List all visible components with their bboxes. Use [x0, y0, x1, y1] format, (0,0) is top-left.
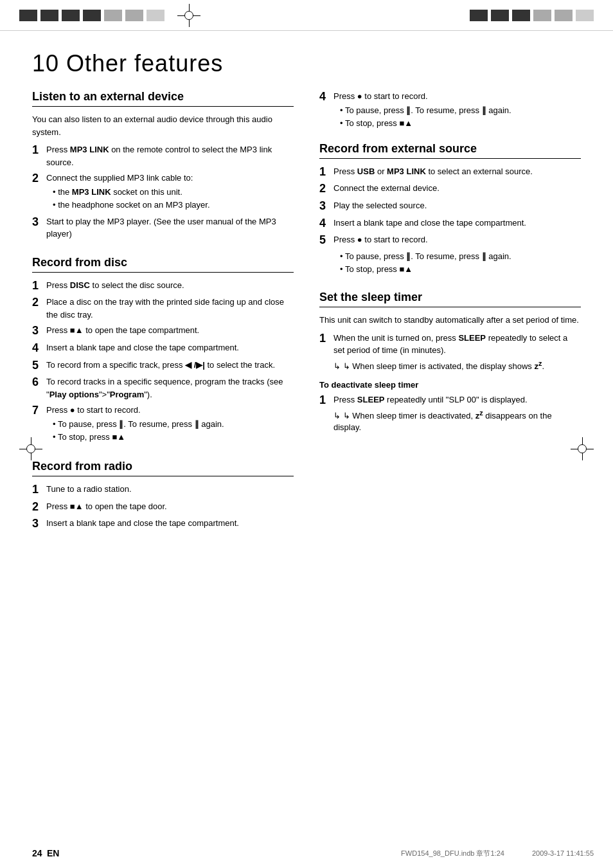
disc-pause: To pause, press ‖. To resume, press ‖ ag…	[46, 419, 294, 430]
radio-step-1: 1 Tune to a radio station.	[32, 483, 294, 497]
block-3	[62, 10, 80, 21]
external-steps: 1 Press USB or MP3 LINK to select an ext…	[319, 165, 581, 248]
ext-pause: To pause, press ‖. To resume, press ‖ ag…	[333, 251, 581, 262]
disc-step-7-bullets: To pause, press ‖. To resume, press ‖ ag…	[46, 419, 294, 443]
block-r6	[576, 10, 594, 21]
block-5	[104, 10, 122, 21]
deactivate-arrow-1: ↳ When sleep timer is deactivated, zz di…	[333, 408, 581, 434]
step4-stop: To stop, press ■▲	[333, 118, 581, 129]
step4-item: 4 Press ● to start to record. To pause, …	[319, 90, 581, 131]
ext-step-2: 2 Connect the external device.	[319, 182, 581, 196]
crosshair-right	[571, 437, 594, 460]
header-bar	[0, 0, 613, 31]
step4-pause: To pause, press ‖. To resume, press ‖ ag…	[333, 105, 581, 116]
footer-right: FWD154_98_DFU.indb 章节1:24 2009-3-17 11:4…	[401, 849, 594, 858]
section-intro-listen: You can also listen to an external audio…	[32, 113, 294, 138]
sleep-step-1: 1 When the unit is turned on, press SLEE…	[319, 332, 581, 374]
column-left: Listen to an external device You can als…	[32, 90, 294, 547]
ext-step-3: 3 Play the selected source.	[319, 199, 581, 213]
sleep-arrow-1: ↳ When sleep timer is activated, the dis…	[333, 359, 581, 373]
ext-bullets: To pause, press ‖. To resume, press ‖ ag…	[319, 251, 581, 275]
block-r1	[470, 10, 488, 21]
crosshair-top-left	[177, 4, 200, 27]
page-content: 10 Other features Listen to an external …	[0, 31, 613, 566]
footer-file: FWD154_98_DFU.indb 章节1:24	[401, 849, 504, 857]
deactivate-step-1: 1 Press SLEEP repeatedly until "SLP 00" …	[319, 393, 581, 435]
disc-step-5: 5 To record from a specific track, press…	[32, 359, 294, 373]
disc-step-7: 7 Press ● to start to record. To pause, …	[32, 404, 294, 444]
block-r5	[555, 10, 573, 21]
sleep-step-1-bullets: ↳ When sleep timer is activated, the dis…	[333, 359, 581, 373]
block-7	[147, 10, 164, 21]
section-listen-external: Listen to an external device You can als…	[32, 90, 294, 240]
listen-step-3: 3 Start to play the MP3 player. (See the…	[32, 215, 294, 240]
block-6	[125, 10, 143, 21]
deactivate-bullets: ↳ When sleep timer is deactivated, zz di…	[333, 408, 581, 434]
disc-step-1: 1 Press DISC to select the disc source.	[32, 279, 294, 293]
deactivate-title: To deactivate sleep timer	[319, 380, 581, 390]
disc-step-2: 2 Place a disc on the tray with the prin…	[32, 296, 294, 321]
block-r2	[491, 10, 509, 21]
disc-step-3: 3 Press ■▲ to open the tape compartment.	[32, 324, 294, 338]
section-record-external: Record from external source 1 Press USB …	[319, 142, 581, 275]
disc-step-4: 4 Insert a blank tape and close the tape…	[32, 341, 294, 356]
section-record-radio: Record from radio 1 Tune to a radio stat…	[32, 460, 294, 531]
ext-stop: To stop, press ■▲	[333, 264, 581, 275]
section-record-disc: Record from disc 1 Press DISC to select …	[32, 256, 294, 444]
page-number: 24	[32, 848, 42, 858]
block-4	[83, 10, 101, 21]
listen-step-2-bullets: the MP3 LINK socket on this unit. the he…	[46, 186, 294, 211]
section-step4-continuation: 4 Press ● to start to record. To pause, …	[319, 90, 581, 131]
header-blocks-right	[470, 10, 594, 21]
bullet-headphone: the headphone socket on an MP3 player.	[46, 199, 294, 211]
section-title-disc: Record from disc	[32, 256, 294, 273]
radio-step-3: 3 Insert a blank tape and close the tape…	[32, 517, 294, 531]
deactivate-steps: 1 Press SLEEP repeatedly until "SLP 00" …	[319, 393, 581, 435]
radio-step-2: 2 Press ■▲ to open the tape door.	[32, 500, 294, 514]
section-title-external: Record from external source	[319, 142, 581, 159]
disc-step-6: 6 To record tracks in a specific sequenc…	[32, 375, 294, 401]
disc-stop: To stop, press ■▲	[46, 431, 294, 443]
main-title: 10 Other features	[32, 50, 581, 77]
header-blocks-left	[19, 10, 164, 21]
block-r3	[512, 10, 530, 21]
sleep-steps: 1 When the unit is turned on, press SLEE…	[319, 332, 581, 374]
footer-date: 2009-3-17 11:41:55	[532, 849, 594, 857]
ext-step-4: 4 Insert a blank tape and close the tape…	[319, 217, 581, 231]
two-column-layout: Listen to an external device You can als…	[32, 90, 581, 547]
section-title-radio: Record from radio	[32, 460, 294, 476]
listen-steps: 1 Press MP3 LINK on the remote control t…	[32, 143, 294, 240]
block-2	[40, 10, 58, 21]
bullet-mp3-socket: the MP3 LINK socket on this unit.	[46, 186, 294, 198]
block-1	[19, 10, 37, 21]
footer-left: 24 EN	[32, 848, 59, 858]
block-r4	[533, 10, 551, 21]
column-right: 4 Press ● to start to record. To pause, …	[319, 90, 581, 547]
step4-bullets: To pause, press ‖. To resume, press ‖ ag…	[333, 105, 581, 129]
section-title-sleep: Set the sleep timer	[319, 291, 581, 307]
language-label: EN	[47, 848, 59, 858]
section-sleep-timer: Set the sleep timer This unit can switch…	[319, 291, 581, 435]
step4-list: 4 Press ● to start to record. To pause, …	[319, 90, 581, 131]
ext-step-5: 5 Press ● to start to record.	[319, 233, 581, 248]
ext-step-1: 1 Press USB or MP3 LINK to select an ext…	[319, 165, 581, 179]
listen-step-2: 2 Connect the supplied MP3 link cable to…	[32, 172, 294, 212]
disc-steps: 1 Press DISC to select the disc source. …	[32, 279, 294, 444]
section-title-listen: Listen to an external device	[32, 90, 294, 107]
listen-step-1: 1 Press MP3 LINK on the remote control t…	[32, 143, 294, 168]
crosshair-left	[19, 437, 42, 460]
section-intro-sleep: This unit can switch to standby automati…	[319, 314, 581, 327]
radio-steps: 1 Tune to a radio station. 2 Press ■▲ to…	[32, 483, 294, 531]
